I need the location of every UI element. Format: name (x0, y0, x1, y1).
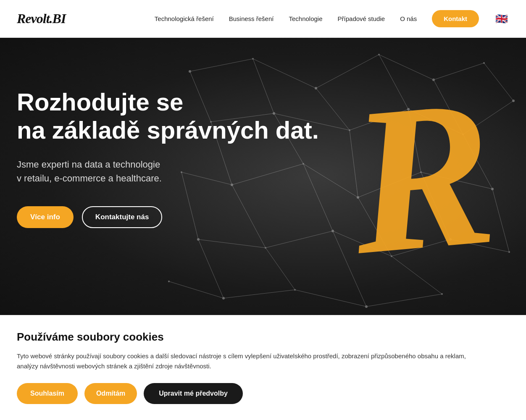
hero-title: Rozhodujte se na základě správných dat. (17, 88, 526, 144)
hero-subtitle-line2: v retailu, e-commerce a healthcare. (17, 173, 162, 184)
svg-line-67 (266, 248, 295, 290)
souhlasim-button[interactable]: Souhlasím (17, 383, 78, 404)
hero-title-line1: Rozhodujte se (17, 88, 183, 116)
hero-subtitle: Jsme experti na data a technologie v ret… (17, 158, 526, 185)
hero-title-line2: na základě správných dat. (17, 116, 319, 144)
svg-line-72 (295, 290, 366, 307)
upravit-button[interactable]: Upravit mé předvolby (144, 383, 243, 404)
kontakt-button[interactable]: Kontakt (432, 10, 479, 27)
cookie-text: Tyto webové stránky používají soubory co… (17, 351, 479, 371)
site-header: Revolt.BI Technologická řešení Business … (0, 0, 526, 38)
svg-line-71 (224, 290, 295, 298)
cookie-banner: Používáme soubory cookies Tyto webové st… (0, 315, 526, 420)
nav-item-pripadove-studie[interactable]: Případové studie (338, 15, 385, 22)
logo[interactable]: Revolt.BI (17, 11, 66, 26)
main-nav: Technologická řešení Business řešení Tec… (155, 10, 509, 27)
hero-content: Rozhodujte se na základě správných dat. … (0, 38, 526, 228)
hero-section: R Rozhodujte se na základě správných dat… (0, 38, 526, 315)
svg-line-66 (198, 239, 224, 298)
svg-line-62 (266, 231, 333, 248)
vice-info-button[interactable]: Více info (17, 206, 74, 228)
nav-item-tech-reseni[interactable]: Technologická řešení (155, 15, 214, 22)
cookie-title: Používáme soubory cookies (17, 331, 509, 344)
svg-line-70 (169, 281, 224, 298)
kontaktujte-button[interactable]: Kontaktujte nás (82, 206, 163, 228)
svg-line-61 (198, 239, 266, 248)
nav-item-technologie[interactable]: Technologie (289, 15, 322, 22)
nav-item-o-nas[interactable]: O nás (400, 15, 417, 22)
odmitam-button[interactable]: Odmítám (84, 383, 137, 404)
hero-subtitle-line1: Jsme experti na data a technologie (17, 159, 160, 170)
nav-item-business-reseni[interactable]: Business řešení (229, 15, 274, 22)
language-switcher[interactable]: 🇬🇧 (494, 11, 509, 26)
hero-buttons: Více info Kontaktujte nás (17, 206, 526, 228)
cookie-buttons: Souhlasím Odmítám Upravit mé předvolby (17, 383, 509, 404)
